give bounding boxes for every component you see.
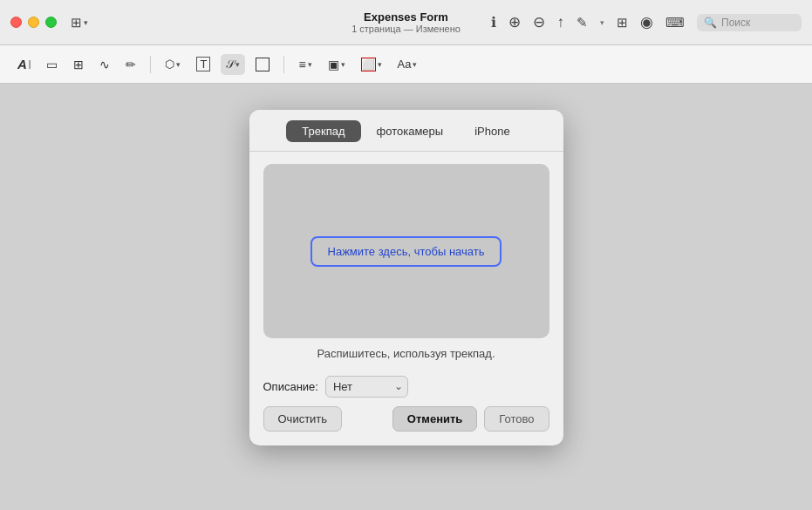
annotation-tool-button[interactable]: ∿ [94,54,115,75]
cancel-button[interactable]: Отменить [392,406,478,432]
comment-icon[interactable]: ⌨ [665,15,685,31]
signature-panel: Трекпад фотокамеры iPhone Нажмите здесь,… [249,110,563,445]
search-box[interactable]: 🔍 Поиск [697,14,802,31]
signature-hint: Распишитесь, используя трекпад. [249,347,563,360]
clear-button[interactable]: Очистить [263,406,343,432]
pencil-tool-button[interactable]: ✏ [120,54,141,75]
search-icon: 🔍 [704,17,717,29]
color-icon: ⬜ [361,58,376,71]
shape-chevron-icon: ▾ [176,60,181,69]
sidebar-icon: ⊞ [71,15,82,31]
rect-icon [256,58,270,71]
align-chevron-icon: ▾ [308,60,312,69]
zoom-out-icon[interactable]: ⊖ [533,13,545,31]
titlebar-center: Expenses Form 1 страница — Изменено [351,10,461,34]
description-label: Описание: [263,380,318,393]
titlebar: ⊞ ▾ Expenses Form 1 страница — Изменено … [0,0,812,45]
sidebar-toggle-button[interactable]: ⊞ ▾ [65,12,93,33]
sidebar-chevron-icon: ▾ [84,18,88,27]
close-button[interactable] [10,17,22,28]
description-select[interactable]: Нет Подпись Инициалы [325,376,408,398]
description-row: Описание: Нет Подпись Инициалы [249,372,563,406]
toolbar-separator-2 [283,56,284,73]
font-chevron-icon: ▾ [413,60,417,69]
pen-icon[interactable]: ✎ [577,15,588,31]
footer-right-buttons: Отменить Готово [392,406,549,432]
tab-bar: Трекпад фотокамеры iPhone [249,110,563,152]
document-subtitle: 1 страница — Изменено [351,24,461,34]
add-page-icon[interactable]: ⊞ [617,15,628,31]
minimize-button[interactable] [28,17,39,28]
main-content: Трекпад фотокамеры iPhone Нажмите здесь,… [0,84,812,510]
signature-icon: 𝒮 [226,58,234,71]
user-icon[interactable]: ◉ [640,13,653,31]
traffic-lights [10,17,57,28]
border-chevron-icon: ▾ [341,60,345,69]
toolbar: A | ▭ ⊞ ∿ ✏ ⬡ ▾ T 𝒮 ▾ ≡ ▾ ▣ ▾ ⬜ ▾ Aa ▾ [0,45,812,84]
text-tool-button[interactable]: A | [12,53,36,75]
table-tool-button[interactable]: ▭ [41,54,63,75]
share-icon[interactable]: ↑ [557,14,565,31]
maximize-button[interactable] [45,17,57,28]
rect-tool-button[interactable] [250,54,275,75]
image-tool-button[interactable]: ⊞ [68,54,89,75]
click-to-sign-button[interactable]: Нажмите здесь, чтобы начать [310,236,502,267]
image-icon: ⊞ [73,58,84,71]
description-select-wrapper[interactable]: Нет Подпись Инициалы [325,376,408,398]
footer-buttons: Очистить Отменить Готово [249,406,563,432]
tab-trackpad[interactable]: Трекпад [286,120,360,142]
toolbar-separator-1 [150,56,151,73]
border-tool-button[interactable]: ▣ ▾ [323,54,351,75]
signature-chevron-icon: ▾ [235,60,240,69]
signature-area[interactable]: Нажмите здесь, чтобы начать [263,164,549,338]
border-icon: ▣ [328,58,339,71]
align-icon: ≡ [298,58,305,71]
search-placeholder: Поиск [721,17,750,29]
font-tool-button[interactable]: Aa ▾ [392,54,423,74]
done-button[interactable]: Готово [484,406,549,432]
shape-icon: ⬡ [165,58,174,71]
textbox-tool-button[interactable]: T [191,53,215,75]
table-icon: ▭ [46,58,58,71]
annotation-icon: ∿ [99,58,110,71]
document-title: Expenses Form [351,10,461,24]
zoom-in-icon[interactable]: ⊕ [508,13,521,31]
align-tool-button[interactable]: ≡ ▾ [293,54,317,75]
signature-tool-button[interactable]: 𝒮 ▾ [221,54,245,75]
pen-chevron-icon: ▾ [600,18,604,27]
color-tool-button[interactable]: ⬜ ▾ [356,54,387,75]
info-icon[interactable]: ℹ [491,14,496,31]
tab-camera[interactable]: фотокамеры [361,120,460,142]
text-tool-cursor-icon: | [29,59,31,69]
pencil-icon: ✏ [126,58,136,71]
textbox-icon: T [196,57,210,71]
text-tool-icon: A [17,57,27,71]
titlebar-right: ℹ ⊕ ⊖ ↑ ✎ ▾ ⊞ ◉ ⌨ 🔍 Поиск [491,13,802,31]
shape-tool-button[interactable]: ⬡ ▾ [160,54,186,74]
tab-iphone[interactable]: iPhone [459,120,525,142]
color-chevron-icon: ▾ [378,60,382,69]
font-icon: Aa [398,58,412,71]
